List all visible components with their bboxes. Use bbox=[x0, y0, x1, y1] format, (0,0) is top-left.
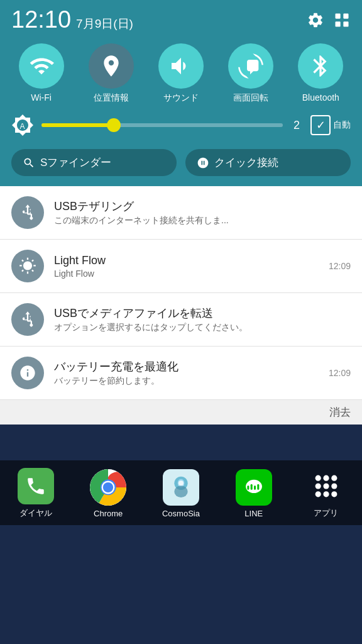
toggle-bluetooth[interactable]: Bluetooth bbox=[298, 43, 343, 104]
notification-usb-media[interactable]: USBでメディアファイルを転送 オプションを選択するにはタップしてください。 bbox=[0, 293, 362, 347]
dock: ダイヤル Chrome bbox=[0, 460, 362, 525]
usb-tethering-icon-circle bbox=[11, 196, 44, 229]
toggle-rotation-label: 画面回転 bbox=[233, 92, 268, 104]
svg-rect-0 bbox=[336, 13, 341, 18]
toggle-location[interactable]: 位置情報 bbox=[89, 43, 134, 104]
svg-rect-2 bbox=[336, 21, 341, 26]
search-icon bbox=[23, 157, 35, 169]
battery-time: 12:09 bbox=[329, 368, 351, 378]
svg-point-22 bbox=[315, 483, 321, 489]
svg-rect-18 bbox=[257, 484, 259, 489]
cosmosia-app-icon bbox=[163, 469, 199, 506]
light-flow-subtitle: Light Flow bbox=[54, 269, 319, 279]
notification-panel: 12:10 7月9日(日) Wi-Fi bbox=[0, 0, 362, 186]
usb-tethering-content: USBテザリング この端末のインターネット接続を共有しま... bbox=[54, 199, 351, 226]
toggle-wifi-label: Wi-Fi bbox=[31, 92, 52, 103]
dock-item-cosmosia[interactable]: CosmoSia bbox=[162, 469, 200, 518]
svg-point-24 bbox=[331, 483, 337, 489]
battery-title: バッテリー充電を最適化 bbox=[54, 359, 319, 374]
quick-connect-icon bbox=[197, 157, 209, 169]
usb-media-title: USBでメディアファイルを転送 bbox=[54, 306, 351, 321]
toggle-rotation[interactable]: 画面回転 bbox=[228, 43, 273, 104]
s-finder-button[interactable]: Sファインダー bbox=[11, 149, 177, 176]
svg-point-8 bbox=[103, 482, 113, 492]
lightflow-icon bbox=[19, 257, 36, 275]
usb-icon bbox=[19, 204, 36, 221]
light-flow-time: 12:09 bbox=[329, 261, 351, 271]
s-finder-label: Sファインダー bbox=[40, 155, 111, 170]
line-label: LINE bbox=[244, 509, 263, 518]
status-icons bbox=[307, 11, 351, 29]
toggle-sound-label: サウンド bbox=[163, 92, 199, 104]
apps-icon bbox=[308, 468, 344, 504]
homescreen-background: ダイヤル Chrome bbox=[0, 425, 362, 525]
toggle-sound[interactable]: サウンド bbox=[158, 43, 204, 104]
svg-point-20 bbox=[323, 475, 329, 481]
brightness-level: 2 bbox=[290, 119, 303, 132]
status-bar: 12:10 7月9日(日) bbox=[0, 0, 362, 37]
light-flow-icon-circle bbox=[11, 250, 44, 282]
brightness-icon: A bbox=[11, 114, 34, 136]
svg-rect-17 bbox=[254, 485, 256, 489]
brightness-slider[interactable] bbox=[41, 123, 283, 127]
svg-point-21 bbox=[331, 475, 337, 481]
auto-brightness-toggle[interactable]: ✓ 自動 bbox=[310, 115, 351, 135]
notification-battery[interactable]: バッテリー充電を最適化 バッテリーを節約します。 12:09 bbox=[0, 347, 362, 400]
brightness-row: A 2 ✓ 自動 bbox=[0, 108, 362, 143]
light-flow-title: Light Flow bbox=[54, 254, 319, 267]
dock-item-line[interactable]: LINE bbox=[236, 469, 272, 518]
quick-toggles: Wi-Fi 位置情報 サウンド bbox=[0, 37, 362, 108]
brightness-fill bbox=[41, 123, 114, 127]
battery-icon-circle bbox=[11, 357, 44, 389]
brightness-thumb bbox=[107, 118, 121, 132]
settings-icon[interactable] bbox=[307, 11, 324, 29]
auto-label: 自動 bbox=[333, 119, 351, 131]
status-date: 7月9日(日) bbox=[76, 16, 133, 32]
svg-rect-1 bbox=[343, 13, 348, 18]
svg-point-27 bbox=[331, 491, 337, 497]
quick-connect-label: クイック接続 bbox=[214, 155, 278, 170]
quick-connect-button[interactable]: クイック接続 bbox=[185, 149, 351, 176]
grid-icon[interactable] bbox=[333, 11, 351, 29]
dock-item-apps[interactable]: アプリ bbox=[308, 468, 344, 519]
chrome-app-icon bbox=[90, 469, 126, 506]
svg-text:A: A bbox=[20, 122, 25, 131]
apps-label: アプリ bbox=[314, 508, 338, 519]
light-flow-content: Light Flow Light Flow bbox=[54, 254, 319, 279]
svg-point-23 bbox=[323, 483, 329, 489]
dock-item-dial[interactable]: ダイヤル bbox=[18, 468, 54, 519]
toggle-bluetooth-label: Bluetooth bbox=[302, 92, 339, 103]
svg-rect-15 bbox=[247, 485, 249, 489]
cosmosia-label: CosmoSia bbox=[162, 509, 200, 518]
dismiss-row: 消去 bbox=[0, 400, 362, 425]
usb-media-subtitle: オプションを選択するにはタップしてください。 bbox=[54, 322, 351, 333]
notifications-area: USBテザリング この端末のインターネット接続を共有しま... Light Fl… bbox=[0, 186, 362, 425]
svg-rect-3 bbox=[343, 21, 348, 26]
usb-media-icon-circle bbox=[11, 303, 44, 336]
chrome-label: Chrome bbox=[94, 509, 123, 518]
usb-tethering-subtitle: この端末のインターネット接続を共有しま... bbox=[54, 215, 351, 226]
notification-usb-tethering[interactable]: USBテザリング この端末のインターネット接続を共有しま... bbox=[0, 186, 362, 240]
line-app-icon bbox=[236, 469, 272, 506]
usb-tethering-title: USBテザリング bbox=[54, 199, 351, 214]
usb-media-icon bbox=[19, 311, 36, 328]
battery-subtitle: バッテリーを節約します。 bbox=[54, 375, 319, 387]
usb-media-content: USBでメディアファイルを転送 オプションを選択するにはタップしてください。 bbox=[54, 306, 351, 333]
svg-point-12 bbox=[178, 480, 184, 486]
toggle-wifi[interactable]: Wi-Fi bbox=[19, 43, 64, 104]
search-row: Sファインダー クイック接続 bbox=[0, 143, 362, 186]
info-icon bbox=[19, 364, 36, 382]
svg-point-19 bbox=[315, 475, 321, 481]
battery-content: バッテリー充電を最適化 バッテリーを節約します。 bbox=[54, 359, 319, 387]
dock-item-chrome[interactable]: Chrome bbox=[90, 469, 126, 518]
toggle-location-label: 位置情報 bbox=[94, 92, 129, 104]
svg-rect-16 bbox=[250, 484, 252, 489]
svg-point-26 bbox=[323, 491, 329, 497]
svg-point-11 bbox=[174, 486, 187, 497]
status-time: 12:10 bbox=[11, 6, 71, 33]
svg-point-25 bbox=[315, 491, 321, 497]
notification-light-flow[interactable]: Light Flow Light Flow 12:09 bbox=[0, 240, 362, 293]
dismiss-button[interactable]: 消去 bbox=[329, 405, 351, 419]
dial-label: ダイヤル bbox=[19, 508, 52, 519]
phone-app-icon bbox=[18, 468, 54, 504]
